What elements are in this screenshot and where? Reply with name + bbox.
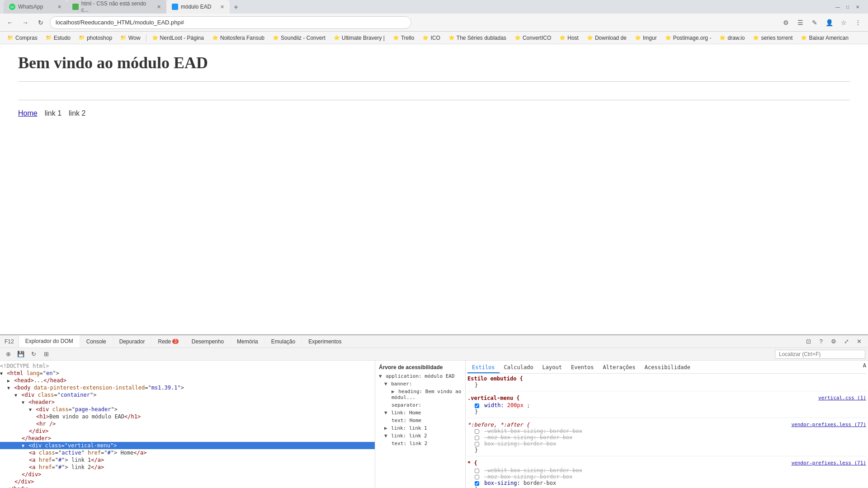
bookmark-ultimate-bravery[interactable]: ⭐ Ultimate Bravery | [330, 34, 388, 42]
bookmark-compras[interactable]: 📁 Compras [4, 34, 41, 42]
tab-close-modulo-ead[interactable]: ✕ [220, 4, 224, 10]
dom-line-hr[interactable]: <hr /> [0, 420, 375, 427]
dom-line-header-close[interactable]: </header> [0, 435, 375, 442]
dom-inspect-button[interactable]: ⊕ [3, 349, 14, 360]
bookmark-postimage[interactable]: ⭐ Postimage.org - [661, 34, 715, 42]
nav-link-link2[interactable]: link 2 [69, 109, 85, 117]
dom-refresh-button[interactable]: ↻ [28, 349, 39, 360]
dom-line-div-close-vm[interactable]: </div> [0, 471, 375, 478]
maximize-button[interactable]: □ [844, 4, 851, 10]
tab-modulo-ead[interactable]: módulo EAD ✕ [166, 0, 230, 14]
style-source-vm[interactable]: vertical.css (1) [818, 395, 866, 402]
bookmark-host[interactable]: ⭐ Host [556, 34, 582, 42]
tab-whatsapp[interactable]: W WhatsApp ✕ [4, 0, 67, 14]
acc-item-text-link2[interactable]: text: link 2 [377, 440, 463, 447]
dom-line-h1[interactable]: <h1>Bem vindo ao módulo EAD</h1> [0, 413, 375, 420]
dom-line-a-link2[interactable]: <a href="#"> link 2</a> [0, 464, 375, 471]
style-prop-box-star-checkbox[interactable] [475, 481, 479, 486]
dom-line-html[interactable]: ▼ <html lang="en"> [0, 370, 375, 377]
dom-save-button[interactable]: 💾 [15, 349, 26, 360]
bookmark-ico[interactable]: ⭐ ICO [419, 34, 443, 42]
bookmark-series-dubladas[interactable]: ⭐ The Séries dubladas [445, 34, 510, 42]
customize-button[interactable]: ☰ [794, 16, 807, 29]
acc-item-link-link1[interactable]: ▶ link: link 1 [377, 424, 463, 432]
styles-tab-acessibilidade[interactable]: Acessibilidade [640, 362, 695, 373]
menu-button[interactable]: ⋮ [852, 16, 864, 29]
style-prop-webkit-ba-checkbox[interactable] [475, 429, 479, 434]
dom-line-body-close[interactable]: </body> [0, 485, 375, 488]
style-prop-moz-ba-checkbox[interactable] [475, 436, 479, 440]
styles-tab-layout[interactable]: Layout [538, 362, 566, 373]
bookmark-nerdloot[interactable]: ⭐ NerdLoot - Página [148, 34, 208, 42]
devtools-help-button[interactable]: ? [816, 336, 826, 347]
acc-item-link-home[interactable]: ▼ link: Home [377, 409, 463, 417]
dom-line-head[interactable]: ▶ <head>...</head> [0, 377, 375, 384]
tab-close-whatsapp[interactable]: ✕ [57, 4, 61, 10]
devtools-tab-console[interactable]: Console [80, 335, 113, 347]
styles-tab-estilos[interactable]: Estilos [467, 362, 500, 373]
acc-item-separator[interactable]: separator: [377, 401, 463, 409]
style-source-star[interactable]: vendor-prefixes.less (71) [791, 460, 866, 467]
devtools-settings-button[interactable]: ⚙ [828, 336, 839, 347]
bookmark-download[interactable]: ⭐ Download de [583, 34, 630, 42]
styles-tab-calculado[interactable]: Calculado [500, 362, 538, 373]
extensions-button[interactable]: ⚙ [779, 16, 792, 29]
style-source-ba[interactable]: vendor-prefixes.less (77) [791, 422, 866, 428]
devtools-tab-desempenho[interactable]: Desempenho [185, 335, 231, 347]
bookmark-series-torrent[interactable]: ⭐ series torrent [749, 34, 796, 42]
tab-html-css[interactable]: html - CSS não está sendo c... ✕ [67, 0, 166, 14]
acc-item-link-link2[interactable]: ▼ link: link 2 [377, 432, 463, 440]
dom-line-body[interactable]: ▼ <body data-pinterest-extension-install… [0, 384, 375, 391]
devtools-tab-depurador[interactable]: Depurador [113, 335, 152, 347]
back-button[interactable]: ← [4, 16, 16, 29]
devtools-resize-button[interactable]: ⤢ [841, 336, 852, 347]
bookmark-baixar-american[interactable]: ⭐ Baixar American [797, 34, 852, 42]
close-button[interactable]: ✕ [854, 4, 861, 10]
style-prop-moz-star-checkbox[interactable] [475, 475, 479, 479]
nav-link-link1[interactable]: link 1 [45, 109, 61, 117]
styles-tab-eventos[interactable]: Eventos [566, 362, 599, 373]
devtools-search-input[interactable] [775, 350, 865, 359]
bookmark-drawio[interactable]: ⭐ draw.io [716, 34, 748, 42]
style-prop-webkit-star-checkbox[interactable] [475, 469, 479, 473]
style-prop-box-ba-checkbox[interactable] [475, 442, 479, 446]
minimize-button[interactable]: — [835, 4, 841, 10]
dom-line-div-container[interactable]: ▼ <div class="container"> [0, 391, 375, 399]
devtools-tab-dom[interactable]: Explorador do DOM [19, 335, 80, 347]
devtools-dock-button[interactable]: ⊡ [803, 336, 814, 347]
dom-line-page-header[interactable]: ▼ <div class="page-header"> [0, 406, 375, 413]
styles-tab-alteracoes[interactable]: Alterações [599, 362, 640, 373]
address-bar[interactable]: localhost/Reeducando_HTML/modulo_EAD.php… [50, 16, 411, 29]
dom-line-a-link1[interactable]: <a href="#"> link 1</a> [0, 456, 375, 464]
forward-button[interactable]: → [19, 16, 32, 29]
dom-line-header[interactable]: ▼ <header> [0, 399, 375, 406]
new-tab-button[interactable]: + [230, 1, 242, 14]
dom-extra-button[interactable]: ⊞ [41, 349, 52, 360]
bookmark-trello[interactable]: ⭐ Trello [389, 34, 418, 42]
bookmark-noitosfera[interactable]: ⭐ Noitosfera Fansub [208, 34, 268, 42]
acc-item-text-home[interactable]: text: Home [377, 417, 463, 424]
devtools-tab-experimentos[interactable]: Experimentos [302, 335, 348, 347]
bookmark-soundiiz[interactable]: ⭐ Soundiiz - Convert [269, 34, 329, 42]
edit-button[interactable]: ✎ [808, 16, 821, 29]
profile-button[interactable]: 👤 [823, 16, 835, 29]
bookmark-wow[interactable]: 📁 Wow [117, 34, 144, 42]
refresh-button[interactable]: ↻ [34, 16, 47, 29]
acc-item-banner[interactable]: ▼ banner: [377, 380, 463, 388]
devtools-tab-memoria[interactable]: Memória [231, 335, 265, 347]
style-prop-width-checkbox[interactable] [475, 404, 479, 408]
star-button[interactable]: ☆ [837, 16, 850, 29]
bookmark-imgur[interactable]: ⭐ Imgur [631, 34, 660, 42]
dom-line-div-close-container[interactable]: </div> [0, 478, 375, 485]
bookmark-estudo[interactable]: 📁 Estudo [42, 34, 74, 42]
devtools-close-button[interactable]: ✕ [854, 336, 864, 347]
devtools-tab-emulacao[interactable]: Emulação [265, 335, 302, 347]
acc-item-application[interactable]: ▼ application: módulo EAD [377, 372, 463, 380]
dom-line-a-home[interactable]: <a class="active" href="#"> Home</a> [0, 449, 375, 456]
bookmark-photoshop[interactable]: 📁 photoshop [75, 34, 116, 42]
bookmark-convertico[interactable]: ⭐ ConvertICO [511, 34, 555, 42]
dom-line-vertical-menu[interactable]: ▼ <div class="vertical-menu"> [0, 442, 375, 449]
acc-item-heading[interactable]: ▶ heading: Bem vindo ao módul... [377, 388, 463, 401]
tab-close-html-css[interactable]: ✕ [157, 4, 161, 10]
nav-link-home[interactable]: Home [18, 109, 38, 117]
